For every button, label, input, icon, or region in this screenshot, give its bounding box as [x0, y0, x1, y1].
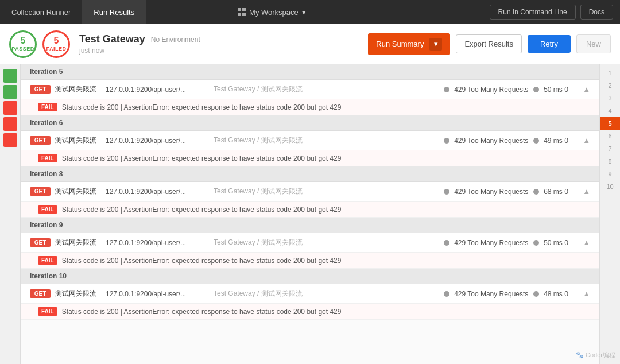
sub-header: 5 PASSED 5 FAILED Test Gateway No Enviro…: [0, 24, 620, 64]
test-name: Test Gateway: [79, 33, 145, 45]
passed-badge: 5 PASSED: [9, 30, 37, 58]
expand-icon[interactable]: ▲: [583, 289, 590, 298]
time-dot: [533, 189, 539, 195]
time-info: 50 ms 0: [544, 239, 578, 247]
request-url: 127.0.0.1:9200/api-user/...: [106, 188, 209, 196]
request-name: 测试网关限流: [55, 187, 101, 196]
time-info: 48 ms 0: [544, 290, 578, 298]
request-row[interactable]: GET测试网关限流127.0.0.1:9200/api-user/...Test…: [21, 131, 599, 150]
request-row[interactable]: GET测试网关限流127.0.0.1:9200/api-user/...Test…: [21, 80, 599, 99]
run-summary-button[interactable]: Run Summary ▾: [368, 33, 450, 55]
status-code: 429 Too Many Requests: [454, 290, 529, 298]
time-dot: [533, 291, 539, 297]
fail-badge: FAIL: [38, 154, 57, 162]
iteration-number-5[interactable]: 5: [600, 117, 620, 130]
iteration-number-2[interactable]: 2: [600, 79, 620, 92]
iteration-header-8: Iteration 8: [21, 166, 599, 182]
iteration-number-4[interactable]: 4: [600, 104, 620, 117]
time-info: 50 ms 0: [544, 86, 578, 94]
request-url: 127.0.0.1:9200/api-user/...: [106, 290, 209, 298]
time-info: 49 ms 0: [544, 137, 578, 145]
expand-icon[interactable]: ▲: [583, 238, 590, 247]
time-info: 68 ms 0: [544, 188, 578, 196]
workspace-grid-icon: [238, 8, 246, 16]
request-name: 测试网关限流: [55, 135, 101, 145]
test-info: Test Gateway No Environment just now: [79, 33, 200, 55]
export-results-button[interactable]: Export Results: [456, 34, 522, 53]
time-dot: [533, 138, 539, 144]
iteration-number-1[interactable]: 1: [600, 67, 620, 79]
nav-tab-run-results[interactable]: Run Results: [82, 0, 146, 24]
expand-icon[interactable]: ▲: [583, 136, 590, 145]
status-dot: [444, 87, 450, 92]
retry-button[interactable]: Retry: [528, 35, 571, 53]
fail-row: FAILStatus code is 200 | AssertionError:…: [21, 202, 599, 218]
request-collection: Test Gateway / 测试网关限流: [214, 135, 439, 145]
request-collection: Test Gateway / 测试网关限流: [214, 289, 439, 299]
watermark: 🐾 Coder编程: [576, 351, 615, 359]
status-code: 429 Too Many Requests: [454, 188, 529, 196]
time-dot: [533, 240, 539, 246]
method-badge: GET: [30, 187, 51, 196]
iteration-header-5: Iteration 5: [21, 64, 599, 80]
status-code: 429 Too Many Requests: [454, 86, 529, 94]
fail-row: FAILStatus code is 200 | AssertionError:…: [21, 304, 599, 320]
expand-icon[interactable]: ▲: [583, 187, 590, 196]
iteration-number-8[interactable]: 8: [600, 155, 620, 168]
status-dot: [444, 240, 450, 246]
request-row[interactable]: GET测试网关限流127.0.0.1:9200/api-user/...Test…: [21, 284, 599, 304]
nav-tab-collection-runner[interactable]: Collection Runner: [0, 0, 82, 24]
left-sidebar: [0, 64, 21, 364]
fail-message: Status code is 200 | AssertionError: exp…: [62, 257, 342, 265]
method-badge: GET: [30, 136, 51, 145]
iteration-number-3[interactable]: 3: [600, 92, 620, 104]
fail-message: Status code is 200 | AssertionError: exp…: [62, 308, 342, 316]
status-dot: [444, 291, 450, 297]
iteration-number-6[interactable]: 6: [600, 130, 620, 142]
docs-button[interactable]: Docs: [580, 5, 613, 20]
request-url: 127.0.0.1:9200/api-user/...: [106, 137, 209, 145]
test-environment: No Environment: [151, 36, 200, 44]
fail-message: Status code is 200 | AssertionError: exp…: [62, 206, 342, 214]
request-collection: Test Gateway / 测试网关限流: [214, 238, 439, 247]
new-button[interactable]: New: [576, 34, 611, 53]
workspace-selector[interactable]: My Workspace ▾: [238, 8, 306, 17]
request-row[interactable]: GET测试网关限流127.0.0.1:9200/api-user/...Test…: [21, 233, 599, 253]
results-area[interactable]: Iteration 5GET测试网关限流127.0.0.1:9200/api-u…: [21, 64, 599, 364]
fail-badge: FAIL: [38, 205, 57, 214]
status-dot: [444, 189, 450, 195]
run-summary-arrow-icon: ▾: [429, 38, 442, 51]
sidebar-icon-4: [3, 133, 17, 147]
method-badge: GET: [30, 289, 51, 298]
fail-row: FAILStatus code is 200 | AssertionError:…: [21, 150, 599, 166]
iteration-number-7[interactable]: 7: [600, 142, 620, 155]
fail-message: Status code is 200 | AssertionError: exp…: [62, 154, 342, 162]
test-timestamp: just now: [79, 47, 200, 55]
request-collection: Test Gateway / 测试网关限流: [214, 84, 439, 94]
method-badge: GET: [30, 85, 51, 94]
iteration-number-10[interactable]: 10: [600, 180, 620, 193]
run-in-command-line-button[interactable]: Run In Command Line: [490, 5, 576, 20]
header-actions: Run Summary ▾ Export Results Retry New: [368, 33, 611, 55]
right-sidebar: 12345678910: [599, 64, 620, 364]
sidebar-icon-2: [3, 101, 17, 115]
fail-badge: FAIL: [38, 256, 57, 265]
status-dot: [444, 138, 450, 144]
sidebar-icon-1: [3, 85, 17, 99]
request-name: 测试网关限流: [55, 289, 101, 299]
request-name: 测试网关限流: [55, 238, 101, 247]
iteration-header-9: Iteration 9: [21, 218, 599, 233]
request-row[interactable]: GET测试网关限流127.0.0.1:9200/api-user/...Test…: [21, 182, 599, 202]
request-collection: Test Gateway / 测试网关限流: [214, 187, 439, 196]
expand-icon[interactable]: ▲: [583, 85, 590, 94]
request-url: 127.0.0.1:9200/api-user/...: [106, 239, 209, 247]
sidebar-icon-0: [3, 69, 17, 83]
top-nav: Collection Runner Run Results My Workspa…: [0, 0, 620, 24]
failed-badge: 5 FAILED: [42, 30, 70, 58]
iteration-header-6: Iteration 6: [21, 115, 599, 131]
fail-badge: FAIL: [38, 103, 57, 111]
iteration-number-9[interactable]: 9: [600, 168, 620, 180]
method-badge: GET: [30, 238, 51, 247]
fail-row: FAILStatus code is 200 | AssertionError:…: [21, 99, 599, 115]
main-layout: Iteration 5GET测试网关限流127.0.0.1:9200/api-u…: [0, 64, 620, 364]
